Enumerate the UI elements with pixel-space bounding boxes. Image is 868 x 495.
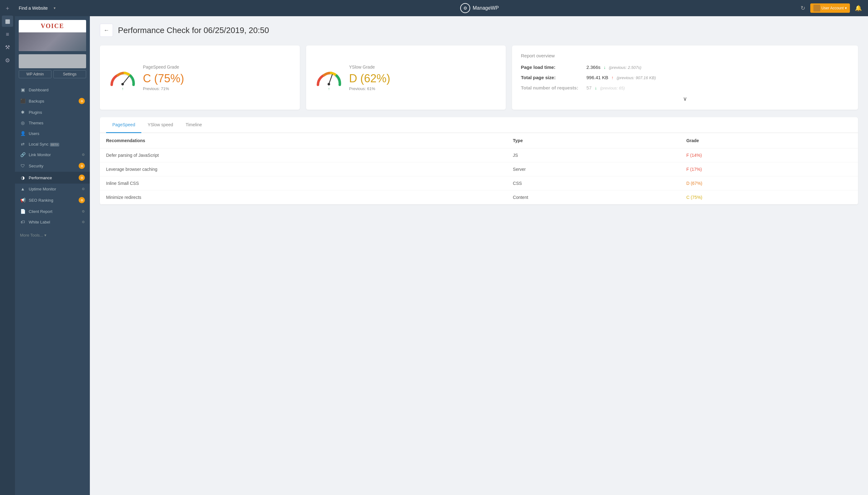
sidebar-item-plugins[interactable]: ✱Plugins — [15, 107, 90, 118]
backups-badge: ⚙ — [79, 98, 85, 104]
rec-grade-1: F (17%) — [680, 163, 858, 176]
report-value-2: 57 — [586, 85, 592, 90]
rec-type-3: Content — [507, 190, 680, 204]
user-chevron-icon: ▾ — [845, 6, 847, 10]
pagespeed-grade-info: PageSpeed Grade C (75%) Previous: 71% — [143, 65, 184, 91]
pagespeed-grade-value: C (75%) — [143, 72, 184, 85]
sidebar: Find a Website ▾ VOICE WP Admin Settings… — [15, 0, 90, 495]
content-area: ← Performance Check for 06/25/2019, 20:5… — [90, 16, 868, 495]
rec-type-1: Server — [507, 163, 680, 176]
sidebar-item-performance-label: Performance — [29, 175, 76, 180]
report-label-2: Total number of requests: — [521, 85, 583, 90]
table-row: Inline Small CSSCSSD (67%) — [100, 176, 858, 190]
svg-text:↑: ↑ — [328, 87, 330, 91]
wp-admin-button[interactable]: WP Admin — [19, 70, 51, 78]
yslow-previous: Previous: 61% — [349, 86, 390, 91]
grade-cards-row: ↑ PageSpeed Grade C (75%) Previous: 71% — [100, 46, 858, 110]
sidebar-item-uptime-monitor[interactable]: ▲Uptime Monitor⚙ — [15, 184, 90, 194]
sidebar-item-white-label[interactable]: 🏷White Label⚙ — [15, 217, 90, 227]
site-finder-header[interactable]: Find a Website ▾ — [15, 0, 90, 16]
svg-line-3 — [329, 74, 332, 84]
yslow-grade-value: D (62%) — [349, 72, 390, 85]
sidebar-item-users[interactable]: 👤Users — [15, 128, 90, 139]
sidebar-item-security[interactable]: 🛡Security⚙ — [15, 160, 90, 172]
svg-text:↑: ↑ — [122, 87, 124, 91]
sidebar-item-local-sync[interactable]: ⇄Local SyncBETA — [15, 139, 90, 149]
sidebar-item-backups[interactable]: ⬛Backups⚙ — [15, 95, 90, 107]
client-report-icon: 📄 — [20, 209, 26, 214]
pagespeed-grade-header: PageSpeed Grade — [143, 65, 184, 69]
rail-dashboard-icon[interactable]: ▦ — [2, 16, 13, 27]
tab-pagespeed[interactable]: PageSpeed — [106, 117, 141, 133]
sidebar-item-local-sync-label: Local SyncBETA — [29, 142, 85, 147]
site-action-buttons: WP Admin Settings — [19, 68, 86, 78]
rec-type-0: JS — [507, 148, 680, 163]
report-arrow-1: ↑ — [611, 75, 614, 80]
client-report-badge: ⚙ — [82, 209, 85, 214]
back-button[interactable]: ← — [100, 24, 113, 37]
report-arrow-0: ↓ — [604, 65, 606, 70]
white-label-badge: ⚙ — [82, 220, 85, 224]
logo-icon: ⚙ — [460, 3, 470, 13]
tabs-header: PageSpeedYSlow speedTimeline — [100, 117, 858, 133]
plugins-icon: ✱ — [20, 110, 26, 115]
user-account-button[interactable]: User Account ▾ — [810, 3, 850, 13]
pagespeed-grade-card: ↑ PageSpeed Grade C (75%) Previous: 71% — [100, 46, 300, 110]
rail-reports-icon[interactable]: ≡ — [2, 29, 13, 40]
sidebar-item-backups-label: Backups — [29, 99, 76, 103]
table-row: Defer parsing of JavaScriptJSF (14%) — [100, 148, 858, 163]
table-header-0: Recommendations — [100, 133, 507, 148]
sidebar-item-performance[interactable]: ◑Performance⚙ — [15, 172, 90, 184]
uptime-monitor-icon: ▲ — [20, 186, 26, 191]
rail-settings-icon[interactable]: ⚙ — [2, 55, 13, 66]
tabs-section: PageSpeedYSlow speedTimeline Recommendat… — [100, 117, 858, 204]
report-prev-1: (previous: 907.16 KB) — [617, 75, 656, 80]
logo-text: ManageWP — [473, 5, 499, 11]
site-screenshot — [19, 32, 86, 51]
sidebar-item-themes-label: Themes — [29, 121, 85, 125]
sidebar-item-link-monitor[interactable]: 🔗Link Monitor⚙ — [15, 149, 90, 160]
backups-icon: ⬛ — [20, 99, 26, 103]
table-header-1: Type — [507, 133, 680, 148]
report-value-1: 996.41 KB — [586, 75, 608, 80]
sidebar-nav: ▣Dashboard⬛Backups⚙✱Plugins◎Themes👤Users… — [15, 82, 90, 230]
report-value-0: 2.366s — [586, 65, 600, 70]
sidebar-item-plugins-label: Plugins — [29, 110, 85, 115]
pagespeed-previous: Previous: 71% — [143, 86, 184, 91]
more-tools-link[interactable]: More Tools... ▾ — [15, 230, 90, 241]
sidebar-item-seo-ranking-label: SEO Ranking — [29, 198, 76, 203]
report-label-1: Total page size: — [521, 75, 583, 80]
icon-rail: ＋ ▦ ≡ ⚒ ⚙ — [0, 0, 15, 495]
sidebar-item-uptime-monitor-label: Uptime Monitor — [29, 187, 79, 191]
tab-timeline[interactable]: Timeline — [179, 117, 208, 133]
expand-report-button[interactable]: ∨ — [521, 96, 849, 102]
sidebar-item-dashboard[interactable]: ▣Dashboard — [15, 84, 90, 95]
report-overview-header: Report overview — [521, 53, 849, 58]
report-prev-2: (previous: 65) — [600, 86, 625, 90]
settings-button[interactable]: Settings — [53, 70, 86, 78]
report-arrow-2: ↓ — [595, 85, 597, 90]
tab-yslow[interactable]: YSlow speed — [141, 117, 179, 133]
sidebar-item-themes[interactable]: ◎Themes — [15, 118, 90, 128]
refresh-icon[interactable]: ↻ — [801, 5, 805, 12]
rail-add-icon[interactable]: ＋ — [2, 2, 13, 14]
rec-name-2: Inline Small CSS — [100, 176, 507, 190]
sidebar-item-seo-ranking[interactable]: 📢SEO Ranking⚙ — [15, 194, 90, 206]
rec-grade-2: D (67%) — [680, 176, 858, 190]
chevron-down-icon: ▾ — [54, 6, 86, 10]
link-monitor-icon: 🔗 — [20, 152, 26, 157]
sidebar-item-client-report-label: Client Report — [29, 209, 79, 214]
link-monitor-badge: ⚙ — [82, 153, 85, 157]
topbar-right: ↻ User Account ▾ 🔔 — [801, 3, 862, 13]
svg-point-1 — [121, 83, 124, 85]
notification-bell-icon[interactable]: 🔔 — [855, 5, 862, 12]
yslow-grade-info: YSlow Grade D (62%) Previous: 61% — [349, 65, 390, 91]
rail-tools-icon[interactable]: ⚒ — [2, 42, 13, 53]
security-badge: ⚙ — [79, 163, 85, 169]
uptime-monitor-badge: ⚙ — [82, 187, 85, 191]
report-row-2: Total number of requests:57↓(previous: 6… — [521, 85, 849, 90]
user-label: User Account — [821, 6, 844, 10]
svg-point-4 — [328, 83, 330, 85]
sidebar-item-client-report[interactable]: 📄Client Report⚙ — [15, 206, 90, 217]
back-arrow-icon: ← — [103, 27, 109, 34]
